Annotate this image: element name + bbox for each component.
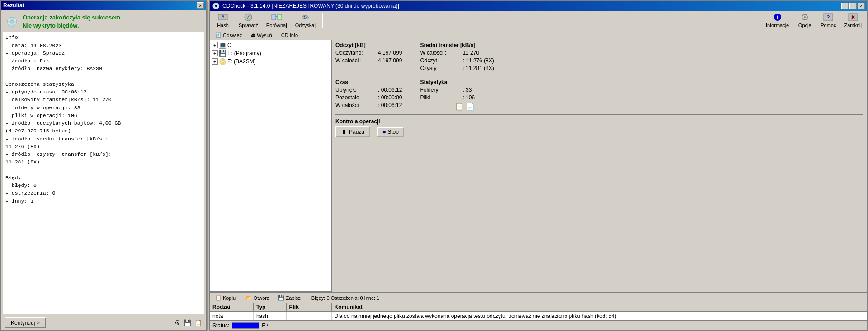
otworz-label: Otwórz — [254, 295, 269, 301]
app-titlebar: 💿 CDCheck - 3.1.14.0 [NIEZAREJESTROWANY … — [210, 1, 867, 11]
svg-point-11 — [804, 16, 806, 18]
odzyskaj-label: Odzyskaj — [295, 23, 316, 28]
toolbar-opcje[interactable]: Opcje — [793, 12, 816, 29]
svg-text:✖: ✖ — [851, 14, 855, 20]
print-icon[interactable]: 🖨 — [172, 318, 181, 327]
stats-row-1: Odczyt [kB] Odczytano: 4 197 099 W całoś… — [335, 42, 863, 71]
files-val: : 106 — [462, 94, 475, 101]
file-copy-icon[interactable]: 📄 — [466, 102, 475, 111]
control-header: Kontrola operacji — [335, 118, 380, 125]
odswiez-button[interactable]: 🔃 Odśwież — [212, 31, 245, 39]
opcje-icon — [799, 13, 810, 22]
cd-info-button[interactable]: CD Info — [278, 32, 302, 39]
maximize-button[interactable]: □ — [849, 3, 857, 9]
progress-bar — [232, 322, 259, 329]
stop-icon: ■ — [382, 129, 386, 135]
informacje-label: Informacje — [766, 23, 789, 28]
read-wcalosci: W całości : 4 197 099 — [335, 57, 402, 64]
zapisz-button[interactable]: 💾 Zapisz — [274, 294, 304, 302]
stats-row-2: Czas Upłynęło : 00:06:12 Pozostało : 00:… — [335, 79, 863, 111]
toolbar-porownaj[interactable]: = Porównaj — [263, 12, 291, 29]
toolbar-informacje[interactable]: i Informacje — [762, 12, 793, 29]
close-button[interactable]: × — [858, 3, 865, 9]
tree-item-f[interactable]: + 📀 F: (BA2SM) — [211, 57, 330, 65]
tree-item-c[interactable]: + 💻 C: — [211, 41, 330, 49]
svg-rect-5 — [278, 14, 282, 20]
left-close-button[interactable]: × — [197, 2, 204, 9]
transfer-total: W całości : 11 270 — [420, 50, 494, 56]
left-titlebar: Rezultat × — [1, 1, 206, 10]
elapsed-val: : 00:06:12 — [378, 87, 402, 93]
file-stats-col: Statystyka Foldery : 33 Pliki : 106 📋 📄 — [420, 79, 475, 111]
wysun-button[interactable]: ⏏ Wysuń — [247, 31, 276, 39]
elapsed-key: Upłynęło — [335, 87, 376, 93]
drive-e-icon: 💾 — [219, 50, 226, 57]
svg-text:=: = — [275, 15, 278, 20]
minimize-button[interactable]: ─ — [841, 3, 849, 9]
transfer-total-val: 11 270 — [462, 50, 479, 56]
main-app: 💿 CDCheck - 3.1.14.0 [NIEZAREJESTROWANY … — [209, 0, 868, 331]
transfer-header: Średni transfer [kB/s] — [420, 42, 494, 48]
time-col: Czas Upłynęło : 00:06:12 Pozostało : 00:… — [335, 79, 402, 111]
status-bar: Status: F:\ — [210, 320, 867, 330]
sub-toolbar: 🔃 Odśwież ⏏ Wysuń CD Info — [210, 30, 867, 40]
log-toolbar: 📋 Kopiuj 📂 Otwórz 💾 Zapisz Błędy: 0 Ostr… — [210, 293, 867, 303]
folders-val: : 33 — [462, 87, 472, 93]
folders-entry: Foldery : 33 — [420, 87, 475, 93]
expander-c[interactable]: + — [212, 42, 218, 48]
zapisz-icon: 💾 — [278, 295, 284, 301]
left-footer: Kontynuuj > 🖨 💾 📋 — [1, 316, 206, 330]
wysun-label: Wysuń — [257, 33, 272, 38]
toolbar-pomoc[interactable]: ? Pomoc — [817, 12, 840, 29]
log-panel: 📋 Kopiuj 📂 Otwórz 💾 Zapisz Błędy: 0 Ostr… — [210, 292, 867, 320]
clipboard-copy-icon[interactable]: 📋 — [455, 102, 464, 111]
read-odczytano-key: Odczytano: — [335, 50, 376, 56]
stop-button[interactable]: ■ Stop — [377, 127, 404, 137]
toolbar-separator — [322, 13, 323, 28]
toolbar-zamknij[interactable]: ✖ Zamknij — [840, 12, 865, 29]
toolbar-odzyskaj[interactable]: ↻ Odzyskaj — [292, 12, 319, 29]
tree-item-e[interactable]: + 💾 E: (Programy) — [211, 49, 330, 57]
odswiez-icon: 🔃 — [215, 32, 222, 38]
status-label: Status: — [212, 322, 229, 329]
toolbar-hash[interactable]: # Hash — [212, 12, 234, 29]
otworz-button[interactable]: 📂 Otwórz — [242, 294, 273, 302]
pause-button[interactable]: ⏸ Pauza — [335, 126, 370, 137]
stop-label: Stop — [387, 129, 399, 135]
porownaj-icon: = — [271, 13, 282, 22]
wysun-icon: ⏏ — [251, 32, 255, 38]
log-status: Błędy: 0 Ostrzeżenia: 0 Inne: 1 — [311, 295, 379, 301]
log-row: notahashDla co najmniej jednego pliku zo… — [210, 312, 867, 320]
expander-e[interactable]: + — [212, 50, 218, 56]
remaining-key: Pozostało — [335, 94, 376, 101]
success-line2: Nie wykryto błędów. — [23, 22, 122, 30]
total-time-entry: W całości : 00:06:12 — [335, 102, 402, 108]
file-tree: + 💻 C: + 💾 E: (Programy) + 📀 F: (BA2SM) — [210, 40, 332, 292]
read-wcalosci-val: 4 197 099 — [378, 57, 402, 64]
col-rodzai: Rodzai — [210, 303, 253, 312]
read2-entry: Odczyt : 11 276 (8X) — [420, 57, 494, 64]
files-key: Pliki — [420, 94, 461, 101]
copy-icon[interactable]: 📋 — [193, 318, 203, 327]
time-header: Czas — [335, 79, 402, 85]
remaining-val: : 00:00:00 — [378, 94, 402, 101]
pause-icon: ⏸ — [341, 128, 347, 135]
zamknij-icon: ✖ — [848, 13, 859, 22]
cd-info-label: CD Info — [281, 33, 298, 38]
continue-button[interactable]: Kontynuuj > — [5, 317, 46, 328]
status-path: F:\ — [262, 322, 268, 329]
clean-key: Czysty — [420, 65, 461, 71]
files-entry: Pliki : 106 — [420, 94, 475, 101]
svg-text:↻: ↻ — [303, 15, 307, 20]
odzyskaj-icon: ↻ — [300, 13, 311, 22]
copy-icons-group: 📋 📄 — [455, 102, 475, 111]
kopiuj-button[interactable]: 📋 Kopiuj — [212, 294, 241, 302]
toolbar-sprawdz[interactable]: ✓ Sprawdź — [235, 12, 262, 29]
app-icon: 💿 — [212, 2, 220, 9]
save-icon[interactable]: 💾 — [183, 318, 192, 327]
hash-label: Hash — [217, 23, 229, 28]
otworz-icon: 📂 — [246, 295, 252, 301]
log-table: Rodzai Typ Plik Komunikat notahashDla co… — [210, 303, 867, 320]
expander-f[interactable]: + — [212, 58, 218, 65]
log-cell-komunikat: Dla co najmniej jednego pliku została wy… — [331, 312, 867, 320]
